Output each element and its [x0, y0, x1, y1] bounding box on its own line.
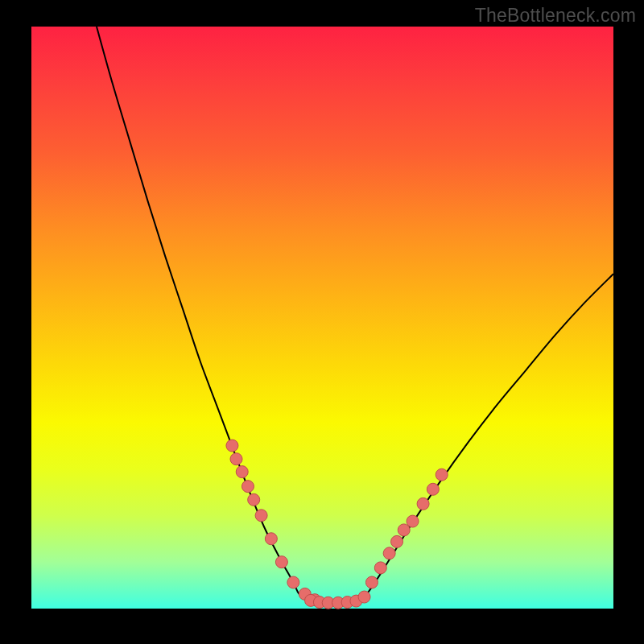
curve-layer [97, 27, 613, 603]
data-dot [391, 535, 403, 547]
data-dot [255, 510, 267, 522]
data-dot [236, 466, 248, 478]
data-dot [230, 453, 242, 465]
data-dot [365, 576, 378, 588]
data-dot [358, 591, 370, 603]
data-dot [374, 562, 386, 574]
dot-layer [226, 440, 448, 609]
data-dot [275, 556, 287, 568]
stage: TheBottleneck.com [0, 0, 644, 644]
data-dot [287, 576, 299, 588]
data-dot [417, 497, 429, 510]
data-dot [383, 547, 395, 559]
data-dot [407, 515, 419, 527]
data-dot [248, 493, 260, 506]
data-dot [226, 440, 238, 452]
chart-svg [31, 27, 613, 609]
data-dot [265, 533, 277, 545]
data-dot [436, 469, 448, 481]
data-dot [242, 481, 254, 493]
data-dot [427, 483, 439, 495]
bottleneck-curve [97, 27, 613, 603]
plot-area [31, 27, 613, 609]
watermark-text: TheBottleneck.com [475, 5, 636, 27]
